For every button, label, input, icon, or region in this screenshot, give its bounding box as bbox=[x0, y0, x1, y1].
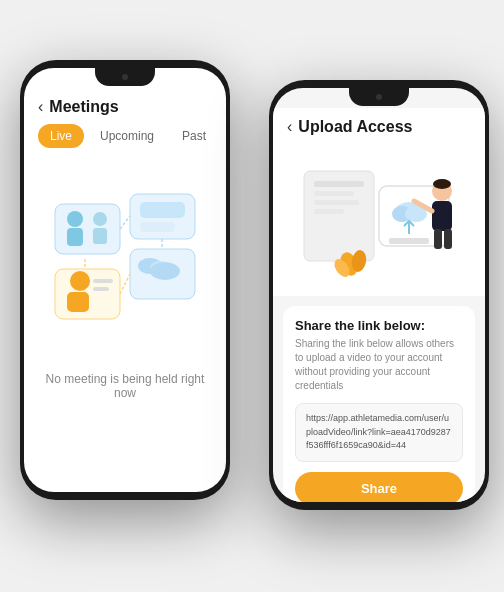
meetings-screen: ‹ Meetings Live Upcoming Past bbox=[24, 68, 226, 492]
upload-header: ‹ Upload Access bbox=[273, 108, 485, 146]
svg-point-4 bbox=[67, 211, 83, 227]
upload-illustration-area bbox=[273, 146, 485, 296]
svg-rect-13 bbox=[93, 287, 109, 291]
meetings-header: ‹ Meetings bbox=[24, 88, 226, 124]
share-title: Share the link below: bbox=[295, 318, 463, 333]
svg-rect-25 bbox=[314, 209, 344, 214]
tab-live[interactable]: Live bbox=[38, 124, 84, 148]
left-screen: ‹ Meetings Live Upcoming Past bbox=[24, 68, 226, 492]
tab-upcoming[interactable]: Upcoming bbox=[88, 124, 166, 148]
left-phone: ‹ Meetings Live Upcoming Past bbox=[20, 60, 230, 500]
tab-past[interactable]: Past bbox=[170, 124, 218, 148]
svg-rect-5 bbox=[67, 228, 83, 246]
svg-rect-7 bbox=[93, 228, 107, 244]
svg-line-18 bbox=[120, 274, 130, 294]
svg-rect-22 bbox=[314, 181, 364, 187]
svg-point-6 bbox=[93, 212, 107, 226]
svg-rect-0 bbox=[55, 204, 120, 254]
svg-point-36 bbox=[433, 179, 451, 189]
tab-bar: Live Upcoming Past bbox=[24, 124, 226, 148]
scene: ‹ Meetings Live Upcoming Past bbox=[0, 0, 504, 592]
meeting-illustration-area bbox=[24, 164, 226, 364]
svg-line-17 bbox=[120, 216, 130, 229]
svg-rect-11 bbox=[67, 292, 89, 312]
svg-rect-12 bbox=[93, 279, 113, 283]
right-phone: ‹ Upload Access bbox=[269, 80, 489, 510]
svg-point-10 bbox=[70, 271, 90, 291]
share-link-box[interactable]: https://app.athletamedia.com/user/upload… bbox=[295, 403, 463, 462]
upload-illustration-svg bbox=[294, 156, 464, 286]
upload-page-title: Upload Access bbox=[298, 118, 412, 136]
svg-point-16 bbox=[150, 262, 180, 280]
svg-rect-37 bbox=[432, 201, 452, 231]
share-button[interactable]: Share bbox=[295, 472, 463, 503]
svg-rect-40 bbox=[444, 229, 452, 249]
svg-rect-39 bbox=[434, 229, 442, 249]
svg-rect-9 bbox=[140, 222, 175, 232]
share-description: Sharing the link below allows others to … bbox=[295, 337, 463, 393]
right-screen: ‹ Upload Access bbox=[273, 88, 485, 502]
page-title: Meetings bbox=[49, 98, 118, 116]
svg-rect-23 bbox=[314, 191, 354, 196]
share-section: Share the link below: Sharing the link b… bbox=[283, 306, 475, 502]
upload-access-screen: ‹ Upload Access bbox=[273, 88, 485, 502]
back-icon[interactable]: ‹ bbox=[38, 98, 43, 116]
upload-back-icon[interactable]: ‹ bbox=[287, 118, 292, 136]
svg-rect-34 bbox=[389, 238, 429, 244]
svg-rect-8 bbox=[140, 202, 185, 218]
svg-rect-24 bbox=[314, 200, 359, 205]
no-meeting-label: No meeting is being held right now bbox=[24, 372, 226, 400]
meeting-illustration-svg bbox=[45, 184, 205, 344]
